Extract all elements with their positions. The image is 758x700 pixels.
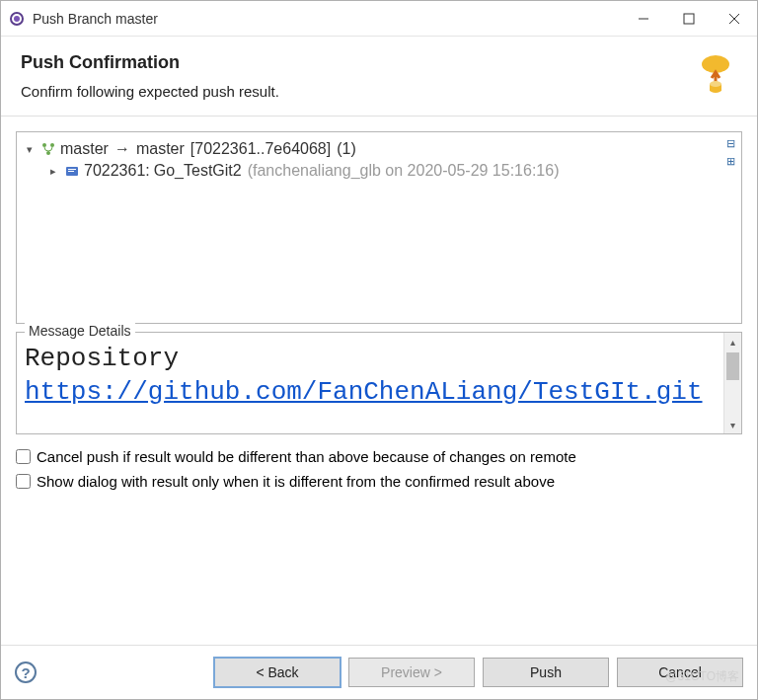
cancel-if-different-label: Cancel push if result would be different…: [37, 448, 576, 465]
svg-rect-14: [68, 169, 76, 170]
cancel-if-different-input[interactable]: [16, 449, 31, 464]
show-dialog-checkbox[interactable]: Show dialog with result only when it is …: [16, 473, 742, 490]
back-button[interactable]: < Back: [214, 658, 341, 687]
svg-point-9: [710, 81, 721, 87]
scroll-up-icon[interactable]: ▴: [724, 333, 741, 350]
message-details-group: Message Details Repository https://githu…: [16, 332, 742, 434]
push-cloud-icon: [690, 50, 737, 101]
collapse-all-icon[interactable]: ⊟: [723, 136, 737, 150]
msg-line1: Repository: [25, 343, 716, 376]
scroll-thumb[interactable]: [726, 352, 739, 380]
cancel-button[interactable]: Cancel: [617, 658, 743, 687]
dialog-header: Push Confirmation Confirm following expe…: [1, 37, 757, 117]
show-dialog-input[interactable]: [16, 474, 31, 489]
help-icon[interactable]: ?: [15, 661, 37, 683]
commit-message: Go_TestGit2: [154, 162, 242, 180]
commit-hash: 7022361:: [84, 162, 150, 180]
commit-range: [7022361..7e64068]: [190, 140, 331, 158]
branch-icon: [40, 141, 56, 157]
expand-all-icon[interactable]: ⊞: [723, 154, 737, 168]
commit-count: (1): [337, 140, 356, 158]
expander-collapsed-icon[interactable]: ▸: [46, 164, 60, 178]
commit-meta: (fanchenaliang_glb on 2020-05-29 15:16:1…: [248, 162, 560, 180]
svg-rect-15: [68, 171, 74, 172]
svg-rect-3: [684, 14, 694, 24]
show-dialog-label: Show dialog with result only when it is …: [37, 473, 555, 490]
branch-local: master: [60, 140, 109, 158]
svg-point-11: [50, 143, 54, 147]
header-subtitle: Confirm following expected push result.: [21, 83, 737, 100]
branch-remote: master: [136, 140, 185, 158]
close-button[interactable]: [712, 3, 757, 35]
push-result-tree[interactable]: ⊟ ⊞ ▾ master → master [7022361..7e64068]…: [16, 131, 742, 324]
commit-icon: [64, 163, 80, 179]
preview-button: Preview >: [348, 658, 475, 687]
eclipse-icon: [9, 11, 25, 27]
maximize-button[interactable]: [666, 3, 712, 35]
window-controls: [621, 3, 757, 35]
message-details-text[interactable]: Repository https://github.com/FanChenALi…: [17, 333, 723, 433]
cancel-if-different-checkbox[interactable]: Cancel push if result would be different…: [16, 448, 742, 465]
tree-branch-row[interactable]: ▾ master → master [7022361..7e64068] (1): [21, 138, 737, 160]
scrollbar[interactable]: ▴ ▾: [723, 333, 741, 433]
arrow-icon: →: [114, 140, 130, 158]
window-title: Push Branch master: [33, 11, 621, 27]
svg-point-10: [42, 143, 46, 147]
tree-commit-row[interactable]: ▸ 7022361: Go_TestGit2 (fanchenaliang_gl…: [44, 160, 737, 182]
header-title: Push Confirmation: [21, 52, 737, 73]
svg-point-1: [14, 16, 20, 22]
repository-url[interactable]: https://github.com/FanChenALiang/TestGIt…: [25, 377, 703, 407]
minimize-button[interactable]: [621, 3, 666, 35]
content-area: ⊟ ⊞ ▾ master → master [7022361..7e64068]…: [1, 117, 757, 645]
message-details-label: Message Details: [25, 323, 135, 339]
svg-point-12: [46, 151, 50, 155]
push-button[interactable]: Push: [483, 658, 609, 687]
titlebar: Push Branch master: [1, 1, 757, 37]
expander-expanded-icon[interactable]: ▾: [23, 142, 37, 156]
scroll-down-icon[interactable]: ▾: [724, 416, 741, 433]
scroll-track[interactable]: [724, 350, 741, 416]
dialog-footer: ? < Back Preview > Push Cancel @51CTO博客: [1, 645, 757, 699]
